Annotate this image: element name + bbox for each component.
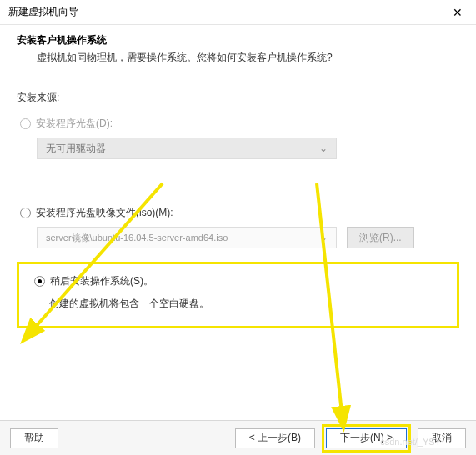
browse-button[interactable]: 浏览(R)...: [347, 227, 414, 248]
wizard-footer: 帮助 < 上一步(B) 下一步(N) > 取消: [0, 420, 476, 455]
radio-iso-row[interactable]: 安装程序光盘映像文件(iso)(M):: [17, 206, 459, 220]
option-later-desc: 创建的虚拟机将包含一个空白硬盘。: [49, 297, 445, 311]
radio-later-row[interactable]: 稍后安装操作系统(S)。: [31, 274, 445, 288]
page-description: 虚拟机如同物理机，需要操作系统。您将如何安装客户机操作系统?: [17, 51, 459, 65]
source-label: 安装来源:: [17, 91, 459, 105]
radio-iso[interactable]: [20, 208, 31, 218]
wizard-content: 安装来源: 安装程序光盘(D): 无可用驱动器 ⌄ 安装程序光盘映像文件(iso…: [0, 78, 476, 337]
iso-path-select[interactable]: server镜像\ubuntu-16.04.5-server-amd64.iso…: [37, 227, 337, 248]
option-later-highlight: 稍后安装操作系统(S)。 创建的虚拟机将包含一个空白硬盘。: [17, 262, 459, 328]
titlebar: 新建虚拟机向导 ✕: [0, 0, 476, 25]
radio-disc[interactable]: [20, 118, 31, 129]
back-button[interactable]: < 上一步(B): [235, 428, 315, 448]
radio-later[interactable]: [34, 276, 45, 287]
iso-path-text: server镜像\ubuntu-16.04.5-server-amd64.iso: [46, 232, 228, 244]
next-button-highlight: 下一步(N) >: [322, 424, 411, 452]
cancel-button[interactable]: 取消: [418, 428, 466, 448]
page-title: 安装客户机操作系统: [17, 33, 459, 48]
option-disc: 安装程序光盘(D): 无可用驱动器 ⌄: [17, 117, 459, 159]
chevron-down-icon: ⌄: [319, 142, 328, 154]
radio-disc-row[interactable]: 安装程序光盘(D):: [17, 117, 459, 131]
help-button[interactable]: 帮助: [10, 428, 58, 448]
radio-iso-label: 安装程序光盘映像文件(iso)(M):: [36, 206, 173, 220]
option-iso: 安装程序光盘映像文件(iso)(M): server镜像\ubuntu-16.0…: [17, 206, 459, 248]
radio-disc-label: 安装程序光盘(D):: [36, 117, 113, 131]
radio-later-label: 稍后安装操作系统(S)。: [50, 274, 153, 288]
close-icon[interactable]: ✕: [448, 2, 468, 22]
wizard-header: 安装客户机操作系统 虚拟机如同物理机，需要操作系统。您将如何安装客户机操作系统?: [0, 25, 476, 78]
disc-drive-text: 无可用驱动器: [46, 142, 106, 156]
window-title: 新建虚拟机向导: [8, 5, 78, 19]
disc-drive-select[interactable]: 无可用驱动器 ⌄: [37, 138, 337, 159]
chevron-down-icon: ⌄: [319, 232, 328, 243]
next-button[interactable]: 下一步(N) >: [326, 428, 407, 448]
